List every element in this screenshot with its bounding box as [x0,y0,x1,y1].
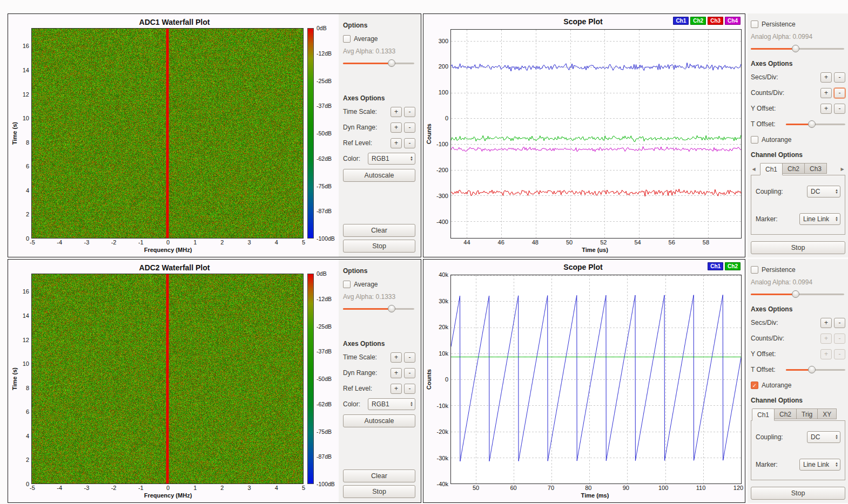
tab-scroll-left-icon[interactable]: ◀ [751,167,757,172]
slider-knob[interactable] [808,120,816,128]
tick-label: 12 [23,91,29,98]
autoscale-button[interactable]: Autoscale [343,169,415,182]
y-offset-plus-button[interactable]: + [820,349,832,359]
waterfall-canvas[interactable] [31,274,304,484]
color-select[interactable]: RGB1 ▲▼ [368,398,415,410]
slider-knob[interactable] [808,366,816,373]
secs-div-plus-button[interactable]: + [820,318,832,328]
waterfall-heatmap[interactable] [32,29,303,238]
dyn-range-minus-button[interactable]: - [404,368,415,378]
secs-div-plus-button[interactable]: + [820,72,832,83]
time-scale-plus-button[interactable]: + [391,352,402,363]
ref-level-minus-button[interactable]: - [404,138,415,148]
autorange-checkbox[interactable]: ✓ [751,382,758,389]
autoscale-button[interactable]: Autoscale [343,414,415,427]
persistence-option[interactable]: Persistence [751,19,845,30]
tick-label: -200 [436,167,448,173]
tab-ch1[interactable]: Ch1 [760,163,783,175]
slider-knob[interactable] [388,305,395,312]
scope-trace-canvas[interactable] [451,30,741,238]
marker-select[interactable]: Line Link ▲▼ [799,459,840,471]
average-checkbox[interactable] [343,35,351,43]
time-scale-minus-button[interactable]: - [404,352,415,363]
tab-xy[interactable]: XY [817,408,837,419]
waterfall-canvas[interactable] [31,28,304,239]
t-offset-slider[interactable] [786,366,845,374]
avg-alpha-slider[interactable] [343,59,414,67]
avg-alpha-label: Avg Alpha: 0.1333 [343,293,415,301]
tick-label: -1 [138,239,144,246]
tick-label: 4 [275,239,278,246]
ref-level-plus-button[interactable]: + [391,138,402,148]
coupling-select[interactable]: DC ▲▼ [807,186,840,197]
tick-label: -20k [437,428,448,435]
y-axis-label-text: Counts [426,124,432,144]
persistence-option[interactable]: Persistence [751,264,845,275]
counts-div-minus-button[interactable]: - [834,333,845,344]
counts-div-plus-button[interactable]: + [820,333,832,344]
tick-label: 80 [585,485,591,491]
y-axis-label: Time (s) [10,28,18,239]
analog-alpha-label: Analog Alpha: 0.0994 [751,33,845,40]
scope-canvas[interactable] [450,29,742,239]
t-offset-slider[interactable] [786,120,845,128]
y-offset-minus-button[interactable]: - [834,349,845,359]
autorange-option[interactable]: Autorange [751,134,845,145]
waterfall-heatmap[interactable] [32,274,303,483]
coupling-select[interactable]: DC ▲▼ [807,431,840,443]
x-axis-label: Time (us) [425,247,742,256]
ref-level-minus-button[interactable]: - [404,384,415,394]
time-scale-row: Time Scale: + - [343,105,415,118]
tab-scroll-right-icon[interactable]: ▶ [839,167,845,172]
color-select[interactable]: RGB1 ▲▼ [368,153,415,165]
tab-trig[interactable]: Trig [796,408,818,419]
y-offset-minus-button[interactable]: - [834,104,845,114]
average-checkbox[interactable] [343,281,351,288]
stop-button[interactable]: Stop [343,485,415,498]
ref-level-plus-button[interactable]: + [391,384,402,394]
scope-trace-canvas[interactable] [451,275,741,483]
avg-alpha-slider[interactable] [343,305,414,313]
dyn-range-plus-button[interactable]: + [391,368,402,378]
dyn-range-plus-button[interactable]: + [391,122,402,133]
tabs: Ch1 Ch2 Ch3 [757,163,839,175]
slider-knob[interactable] [388,59,395,67]
t-offset-row: T Offset: [751,118,845,131]
legend-chip-ch1: Ch1 [673,17,689,25]
slider-knob[interactable] [792,45,799,52]
persistence-checkbox[interactable] [751,266,758,274]
tick-label: -25dB [317,323,332,330]
clear-button[interactable]: Clear [343,469,415,482]
autorange-option[interactable]: ✓ Autorange [751,380,845,391]
time-scale-minus-button[interactable]: - [404,107,415,117]
counts-div-plus-button[interactable]: + [820,88,832,98]
slider-fill [751,294,796,295]
tab-ch1[interactable]: Ch1 [752,408,775,421]
analog-alpha-slider[interactable] [751,290,844,298]
secs-div-minus-button[interactable]: - [834,318,845,328]
tab-ch2[interactable]: Ch2 [782,163,805,174]
analog-alpha-slider[interactable] [751,45,844,53]
counts-div-minus-button[interactable]: - [834,88,845,98]
stop-button[interactable]: Stop [751,241,845,254]
tab-ch3[interactable]: Ch3 [804,163,827,174]
dyn-range-minus-button[interactable]: - [404,122,415,133]
secs-div-minus-button[interactable]: - [834,72,845,83]
autorange-checkbox[interactable] [751,136,758,144]
colorbar-ticks: 0dB-12dB-25dB-37dB-50dB-62dB-75dB-87dB-1… [314,274,339,484]
stop-button[interactable]: Stop [343,240,415,253]
y-offset-plus-button[interactable]: + [820,104,832,114]
marker-select[interactable]: Line Link ▲▼ [799,213,840,225]
scope-canvas[interactable] [450,275,742,484]
coupling-value: DC [811,433,833,441]
clear-button[interactable]: Clear [343,224,415,237]
stop-button[interactable]: Stop [751,487,845,500]
tab-ch2[interactable]: Ch2 [774,408,797,419]
average-option[interactable]: Average [343,33,415,44]
average-option[interactable]: Average [343,279,415,290]
tick-label: 0 [445,376,448,383]
slider-knob[interactable] [792,290,799,298]
time-scale-plus-button[interactable]: + [391,107,402,117]
scope1-cell: Scope Plot Ch1Ch2Ch3Ch4 Counts 300200100… [423,13,848,257]
persistence-checkbox[interactable] [751,21,758,28]
